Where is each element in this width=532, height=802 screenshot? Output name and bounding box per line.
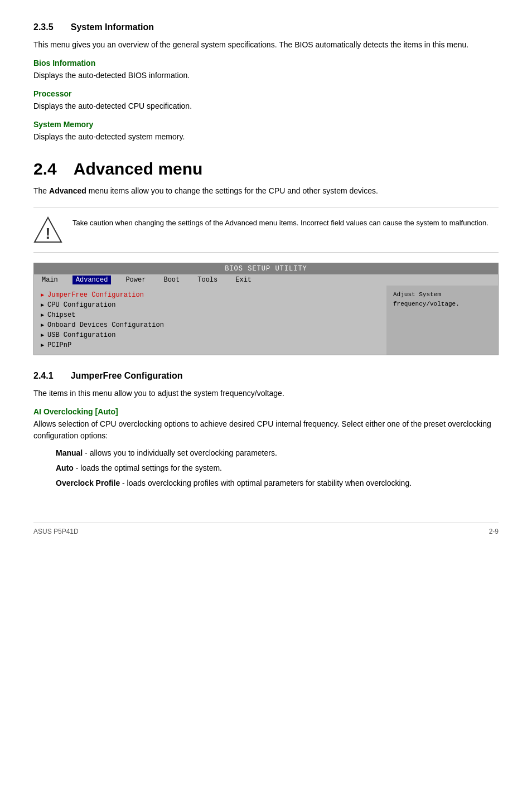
option-auto-term: Auto [56,463,74,472]
option-manual: Manual - allows you to individually set … [56,447,499,459]
section-241-heading: 2.4.1 JumperFree Configuration [33,371,183,381]
section-24-intro-rest: menu items allow you to change the setti… [86,186,378,195]
system-memory-body: Displays the auto-detected system memory… [33,131,499,143]
section-241-title: JumperFree Configuration [71,371,183,380]
bios-item-chipset-label: Chipset [47,311,75,319]
bios-item-onboard-label: Onboard Devices Configuration [47,321,164,329]
bios-menu-tools[interactable]: Tools [194,276,221,284]
bios-arrow-1: ► [41,302,44,308]
bios-menu-boot[interactable]: Boot [160,276,183,284]
bios-arrow-5: ► [41,342,44,349]
section-24-title: Advanced menu [74,160,203,178]
system-memory-title: System Memory [33,120,499,129]
bios-item-chipset[interactable]: ► Chipset [41,310,380,320]
advanced-bold: Advanced [49,186,86,195]
bios-arrow-4: ► [41,332,44,339]
bios-information-subsection: Bios Information Displays the auto-detec… [33,59,499,81]
option-auto-def: - loads the optimal settings for the sys… [74,463,222,472]
overclocking-options: Manual - allows you to individually set … [56,447,499,489]
bios-item-pci[interactable]: ► PCIPnP [41,340,380,350]
section-235-title: System Information [71,22,154,32]
bios-item-usb[interactable]: ► USB Configuration [41,330,380,340]
bios-right-panel: Adjust System frequency/voltage. [386,286,498,355]
bios-item-jumperfree[interactable]: ► JumperFree Configuration [41,290,380,300]
processor-title: Processor [33,89,499,98]
bios-title: BIOS SETUP UTILITY [34,263,498,274]
ai-overclocking-subsection: AI Overclocking [Auto] Allows selection … [33,407,499,442]
bios-body: ► JumperFree Configuration ► CPU Configu… [34,286,498,355]
bios-item-onboard[interactable]: ► Onboard Devices Configuration [41,320,380,330]
system-memory-subsection: System Memory Displays the auto-detected… [33,120,499,143]
bios-item-cpu[interactable]: ► CPU Configuration [41,300,380,310]
bios-item-pci-label: PCIPnP [47,341,71,349]
section-241-intro: The items in this menu allow you to adju… [33,388,499,399]
bios-menu-power[interactable]: Power [122,276,149,284]
bios-item-jumperfree-label: JumperFree Configuration [47,291,144,299]
page-footer: ASUS P5P41D 2-9 [33,523,499,535]
section-24-number: 2.4 [33,160,57,178]
bios-help-text: Adjust System frequency/voltage. [393,291,460,307]
bios-screenshot: BIOS SETUP UTILITY Main Advanced Power B… [33,263,499,355]
svg-text:!: ! [45,225,50,242]
footer-left: ASUS P5P41D [33,528,79,535]
option-manual-def: - allows you to individually set overclo… [83,448,277,457]
section-235-intro: This menu gives you an overview of the g… [33,39,499,51]
option-overclock-profile: Overclock Profile - loads overclocking p… [56,477,499,489]
processor-subsection: Processor Displays the auto-detected CPU… [33,89,499,112]
option-oc-def: - loads overclocking profiles with optim… [120,479,412,487]
option-oc-term: Overclock Profile [56,479,120,487]
option-manual-term: Manual [56,448,83,457]
bios-left-panel: ► JumperFree Configuration ► CPU Configu… [34,286,386,355]
ai-overclocking-body: Allows selection of CPU overclocking opt… [33,418,499,442]
section-235-number: 2.3.5 [33,22,54,32]
section-241: 2.4.1 JumperFree Configuration The items… [33,371,499,489]
bios-menubar: Main Advanced Power Boot Tools Exit [34,274,498,286]
processor-body: Displays the auto-detected CPU specifica… [33,100,499,112]
bios-item-cpu-label: CPU Configuration [47,301,115,309]
ai-overclocking-title: AI Overclocking [Auto] [33,407,499,416]
bios-info-title: Bios Information [33,59,499,67]
bios-arrow-2: ► [41,312,44,318]
bios-arrow-3: ► [41,322,44,328]
bios-item-usb-label: USB Configuration [47,331,115,339]
footer-right: 2-9 [489,528,499,535]
option-auto: Auto - loads the optimal settings for th… [56,462,499,474]
bios-menu-advanced[interactable]: Advanced [72,276,112,284]
bios-menu-main[interactable]: Main [38,276,61,284]
bios-arrow-0: ► [41,292,44,298]
caution-box: ! Take caution when changing the setting… [33,207,499,253]
caution-icon: ! [33,215,62,244]
section-24: 2.4 Advanced menu The Advanced menu item… [33,160,499,355]
section-24-intro: The Advanced menu items allow you to cha… [33,185,499,197]
bios-info-body: Displays the auto-detected BIOS informat… [33,70,499,81]
section-235: 2.3.5 System Information This menu gives… [33,22,499,143]
caution-text: Take caution when changing the settings … [72,215,489,229]
section-241-number: 2.4.1 [33,371,54,380]
section-235-heading: 2.3.5 System Information [33,22,154,32]
bios-menu-exit[interactable]: Exit [232,276,255,284]
